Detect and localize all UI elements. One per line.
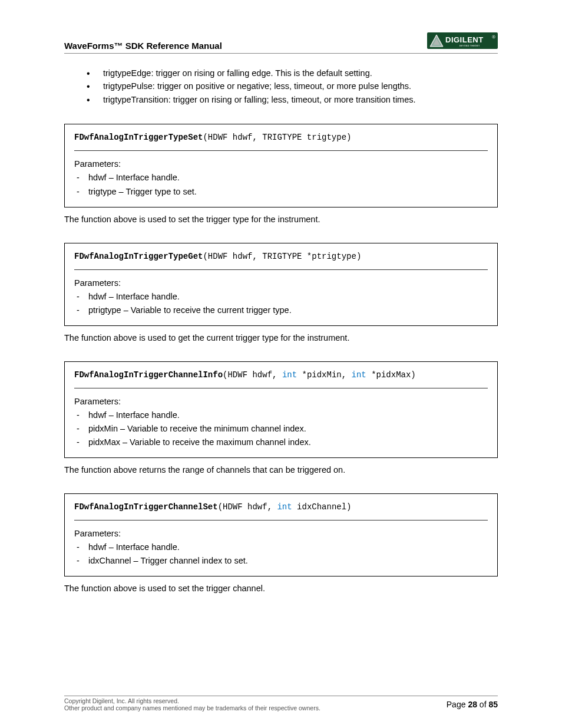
intro-bullet-item: trigtypePulse: trigger on positive or ne… — [87, 80, 498, 93]
parameters-heading: Parameters: — [74, 278, 488, 288]
logo-icon: DIGILENT BEYOND THEORY R — [427, 32, 498, 49]
function-name: FDwfAnalogInTriggerChannelInfo — [74, 370, 223, 380]
intro-bullet-item: trigtypeEdge: trigger on rising or falli… — [87, 67, 498, 80]
function-args: *pidxMax) — [366, 370, 416, 380]
function-signature: FDwfAnalogInTriggerTypeGet(HDWF hdwf, TR… — [74, 252, 488, 270]
parameter-list: hdwf – Interface handle. ptrigtype – Var… — [74, 290, 488, 317]
parameters-heading: Parameters: — [74, 397, 488, 406]
function-name: FDwfAnalogInTriggerTypeSet — [74, 133, 203, 142]
function-box: FDwfAnalogInTriggerTypeGet(HDWF hdwf, TR… — [64, 243, 498, 326]
function-box: FDwfAnalogInTriggerChannelSet(HDWF hdwf,… — [64, 493, 498, 577]
digilent-logo: DIGILENT BEYOND THEORY R — [427, 32, 498, 51]
function-signature: FDwfAnalogInTriggerChannelSet(HDWF hdwf,… — [74, 502, 488, 521]
function-name: FDwfAnalogInTriggerChannelSet — [74, 502, 218, 512]
function-description: The function above returns the range of … — [64, 464, 498, 477]
function-name: FDwfAnalogInTriggerTypeGet — [74, 252, 203, 261]
function-signature: FDwfAnalogInTriggerTypeSet(HDWF hdwf, TR… — [74, 133, 488, 151]
keyword: int — [277, 502, 292, 512]
function-description: The function above is used to set the tr… — [64, 213, 498, 226]
parameter-list: hdwf – Interface handle. trigtype – Trig… — [74, 171, 488, 198]
parameter-item: pidxMin – Variable to receive the minimu… — [74, 422, 488, 436]
intro-bullet-item: trigtypeTransition: trigger on rising or… — [87, 93, 498, 106]
parameters-heading: Parameters: — [74, 159, 488, 169]
function-description: The function above is used to get the cu… — [64, 332, 498, 345]
parameter-item: hdwf – Interface handle. — [74, 541, 488, 554]
function-box: FDwfAnalogInTriggerTypeSet(HDWF hdwf, TR… — [64, 124, 498, 207]
function-args: (HDWF hdwf, — [223, 370, 282, 380]
parameter-item: hdwf – Interface handle. — [74, 409, 488, 422]
intro-bullet-list: trigtypeEdge: trigger on rising or falli… — [87, 67, 498, 106]
keyword: int — [352, 370, 366, 380]
parameter-item: trigtype – Trigger type to set. — [74, 185, 488, 199]
parameter-item: idxChannel – Trigger channel index to se… — [74, 554, 488, 568]
parameter-item: ptrigtype – Variable to receive the curr… — [74, 304, 488, 317]
svg-text:DIGILENT: DIGILENT — [445, 35, 484, 44]
svg-text:BEYOND THEORY: BEYOND THEORY — [459, 45, 480, 47]
function-args: (HDWF hdwf, — [218, 502, 277, 512]
parameters-heading: Parameters: — [74, 529, 488, 538]
function-description: The function above is used to set the tr… — [64, 582, 498, 595]
parameter-item: pidxMax – Variable to receive the maximu… — [74, 436, 488, 449]
footer-left: Copyright Digilent, Inc. All rights rese… — [64, 697, 320, 711]
function-signature: FDwfAnalogInTriggerChannelInfo(HDWF hdwf… — [74, 370, 488, 388]
function-args: idxChannel) — [292, 502, 352, 512]
parameter-item: hdwf – Interface handle. — [74, 290, 488, 304]
page-number: Page 28 of 85 — [447, 697, 498, 709]
header-title: WaveForms™ SDK Reference Manual — [64, 41, 222, 51]
parameter-item: hdwf – Interface handle. — [74, 171, 488, 185]
function-args: (HDWF hdwf, TRIGTYPE *ptrigtype) — [203, 252, 361, 261]
trademark-text: Other product and company names mentione… — [64, 704, 320, 711]
function-args: *pidxMin, — [297, 370, 351, 380]
parameter-list: hdwf – Interface handle. idxChannel – Tr… — [74, 541, 488, 568]
document-page: WaveForms™ SDK Reference Manual DIGILENT… — [0, 0, 562, 728]
keyword: int — [282, 370, 297, 380]
page-header: WaveForms™ SDK Reference Manual DIGILENT… — [64, 32, 498, 54]
parameter-list: hdwf – Interface handle. pidxMin – Varia… — [74, 409, 488, 450]
copyright-text: Copyright Digilent, Inc. All rights rese… — [64, 697, 320, 704]
page-footer: Copyright Digilent, Inc. All rights rese… — [64, 696, 498, 711]
function-box: FDwfAnalogInTriggerChannelInfo(HDWF hdwf… — [64, 361, 498, 459]
function-args: (HDWF hdwf, TRIGTYPE trigtype) — [203, 133, 351, 142]
